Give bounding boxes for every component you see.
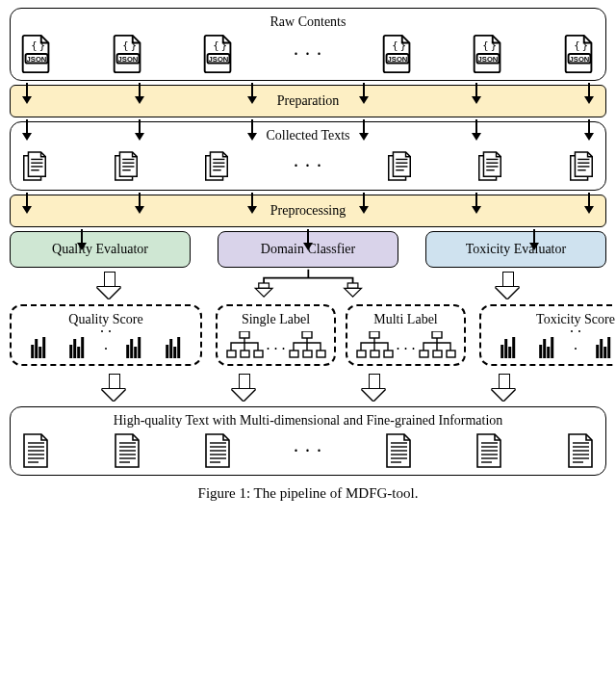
bar-chart-icon (58, 335, 96, 358)
result-single-label: Single Label · · · (216, 304, 336, 366)
ellipsis: · · · (97, 324, 115, 358)
json-file-icon (472, 34, 504, 74)
bar-preparation: Preparation (10, 85, 606, 117)
tree-icon (418, 331, 456, 358)
panel-output: High-quality Text with Multi-dimensional… (10, 406, 606, 476)
text-page-icon (112, 432, 142, 469)
bar-chart-icon (115, 335, 153, 358)
svg-rect-22 (258, 283, 269, 288)
figure-caption: Figure 1: The pipeline of MDFG-tool. (10, 485, 606, 502)
hollow-arrow-icon (496, 272, 519, 300)
ellipsis: · · · (267, 341, 286, 358)
tree-icon (288, 331, 326, 358)
ellipsis: · · · (397, 341, 416, 358)
hollow-arrow-icon (492, 374, 515, 403)
document-icon (20, 147, 49, 184)
bar-chart-icon (584, 335, 616, 358)
text-page-icon (565, 432, 596, 469)
module-quality-evaluator: Quality Evaluator (10, 231, 191, 268)
result-toxicity-score: Toxicity Score · · · (479, 304, 616, 366)
single-label-title: Single Label (225, 312, 326, 327)
panel-raw-contents: Raw Contents · · · (10, 8, 606, 81)
bar-chart-icon (19, 335, 58, 358)
branch-split-icon (209, 268, 408, 299)
text-page-icon (474, 432, 504, 469)
document-icon (567, 147, 596, 184)
bar-preprocessing: Preprocessing (10, 195, 606, 227)
json-file-icon (563, 34, 596, 74)
multi-label-title: Multi Label (355, 312, 456, 327)
raw-contents-title: Raw Contents (20, 14, 596, 30)
document-icon (202, 147, 231, 184)
document-icon (475, 147, 504, 184)
text-page-icon (383, 432, 414, 469)
bar-chart-icon (527, 335, 566, 358)
result-multi-label: Multi Label · · · (346, 304, 466, 366)
hollow-arrow-icon (102, 374, 125, 403)
ellipsis: · · · (294, 155, 322, 177)
collected-texts-title: Collected Texts (20, 128, 596, 143)
tree-icon (225, 331, 264, 358)
json-file-icon (20, 34, 53, 74)
module-toxicity-evaluator: Toxicity Evaluator (425, 231, 606, 268)
bar-chart-icon (154, 335, 192, 358)
hollow-arrow-icon (97, 272, 120, 300)
result-quality-score: Quality Score · · · (10, 304, 202, 366)
text-page-icon (202, 432, 233, 469)
document-icon (385, 147, 414, 184)
ellipsis: · · · (294, 43, 322, 65)
toxicity-score-label: Toxicity Score (489, 312, 616, 327)
text-page-icon (20, 432, 51, 469)
json-file-icon (381, 34, 414, 74)
svg-rect-23 (347, 283, 358, 288)
bar-chart-icon (489, 335, 527, 358)
hollow-arrow-icon (362, 374, 385, 403)
document-icon (112, 147, 141, 184)
output-title: High-quality Text with Multi-dimensional… (20, 413, 596, 429)
tree-icon (355, 331, 394, 358)
panel-collected-texts: Collected Texts · · · (10, 121, 606, 191)
ellipsis: · · · (294, 440, 322, 462)
ellipsis: · · · (567, 324, 584, 358)
json-file-icon (112, 34, 144, 74)
json-file-icon (202, 34, 235, 74)
hollow-arrow-icon (232, 374, 255, 403)
